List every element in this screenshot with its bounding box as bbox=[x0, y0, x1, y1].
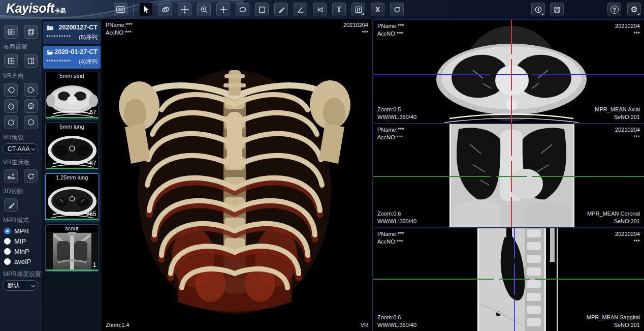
vr-3d-viewport[interactable]: PName:*** AccNO:*** 20210204 *** Zoom:1.… bbox=[102, 19, 372, 331]
vr-bed-row bbox=[3, 169, 39, 183]
series-thumbnail-scout[interactable]: scout 1 bbox=[45, 224, 99, 272]
cursor-icon bbox=[142, 6, 150, 14]
axial-vline-segment[interactable] bbox=[511, 96, 512, 123]
sagittal-vline-segment[interactable] bbox=[514, 263, 515, 295]
mpr-overlay-bottom-right: MPR_MEAN Saggital SeNO:201 bbox=[587, 314, 640, 329]
window-level-tool-button[interactable] bbox=[351, 3, 365, 16]
mpr-axial-viewport[interactable]: PName:*** AccNO:*** 20210204 *** Zoom:0.… bbox=[373, 20, 644, 123]
angle-tool-button[interactable] bbox=[294, 3, 307, 16]
mpr-coronal-viewport[interactable]: PName:*** AccNO:*** 20210204 *** Zoom:0.… bbox=[373, 124, 644, 227]
vr-head-back-button[interactable] bbox=[4, 115, 18, 129]
help-icon: ? bbox=[610, 6, 619, 14]
mpr-sagittal-viewport[interactable]: PName:*** AccNO:*** 20210204 *** Zoom:0.… bbox=[373, 228, 644, 331]
study-patient: ********** bbox=[46, 59, 71, 65]
vr-head-left-button[interactable] bbox=[4, 83, 18, 97]
scalpel-icon bbox=[7, 201, 15, 209]
thumbnail-progress-bar bbox=[46, 219, 98, 220]
pages-icon bbox=[27, 28, 35, 36]
coronal-vline-segment[interactable] bbox=[511, 197, 512, 227]
radio-mip[interactable]: MIP bbox=[4, 236, 39, 246]
radio-aveip[interactable]: aveIP bbox=[4, 257, 39, 266]
mpr-overlay-top-left: PName:*** AccNO:*** bbox=[377, 22, 404, 38]
vr-preset-select[interactable]: CT-AAA bbox=[3, 143, 38, 154]
axial-hline-segment[interactable] bbox=[373, 74, 491, 75]
coronal-hline-segment[interactable] bbox=[532, 176, 644, 177]
study-title: 2020-01-27-CT bbox=[54, 48, 98, 55]
sagittal-hline-segment[interactable] bbox=[535, 279, 644, 280]
cut-3d-row bbox=[3, 198, 39, 212]
info-tool-button[interactable] bbox=[531, 3, 545, 16]
rotate-3d-icon bbox=[162, 6, 170, 14]
split-layout-button[interactable] bbox=[24, 54, 38, 68]
accession-number: AccNO:*** bbox=[106, 29, 133, 37]
main-content: 布局设置 VR方向 bbox=[0, 19, 644, 331]
mpr-overlay-top-left: PName:*** AccNO:*** bbox=[377, 126, 404, 141]
radio-mpr[interactable]: MPR bbox=[4, 226, 39, 235]
help-button[interactable]: ? bbox=[607, 3, 621, 16]
reset-tool-button[interactable] bbox=[390, 3, 404, 16]
cobb-angle-icon bbox=[316, 6, 324, 14]
study-item-1[interactable]: 20200127-CT ********** (5)序列 bbox=[43, 21, 101, 44]
app-logo: Kayisoft卡易 bbox=[6, 1, 66, 16]
sagittal-vline-segment[interactable] bbox=[514, 228, 515, 258]
save-tool-button[interactable] bbox=[550, 3, 564, 16]
coronal-vline-segment[interactable] bbox=[511, 124, 512, 156]
thumbnail-image-count: 67 bbox=[89, 109, 96, 116]
radio-minp[interactable]: MinP bbox=[4, 247, 39, 256]
angle-icon bbox=[297, 6, 305, 14]
crosshair-tool-button[interactable] bbox=[216, 3, 230, 16]
bed-remove-icon bbox=[7, 172, 15, 180]
coronal-vline-segment[interactable] bbox=[511, 161, 512, 192]
series-thumbnail-5mm-lung[interactable]: 5mm lung 67 bbox=[45, 123, 99, 170]
mpr-overlay-bottom-left: Zoom:0.6 WW/WL:350/40 bbox=[377, 210, 416, 225]
delete-tool-button[interactable]: X bbox=[371, 3, 384, 16]
layout-2d-tool-button[interactable]: 2D bbox=[114, 3, 127, 16]
sagittal-vline-segment[interactable] bbox=[514, 300, 515, 331]
chevron-down-icon bbox=[31, 146, 35, 150]
vr-reset-button[interactable] bbox=[24, 169, 38, 183]
text-tool-button[interactable]: T bbox=[332, 3, 346, 16]
folder-open-icon bbox=[46, 49, 54, 55]
radio-minp-circle[interactable] bbox=[4, 248, 11, 255]
cobb-angle-tool-button[interactable] bbox=[313, 3, 327, 16]
coronal-hline-segment[interactable] bbox=[373, 176, 491, 177]
settings-button[interactable]: ⚙ bbox=[627, 3, 641, 16]
pan-tool-button[interactable] bbox=[178, 3, 191, 16]
vr-head-superior-button[interactable] bbox=[4, 99, 18, 113]
rectangle-tool-button[interactable] bbox=[255, 3, 269, 16]
series-thumbnail-5mm-stnd[interactable]: 5mm stnd 67 bbox=[45, 72, 99, 119]
vr-head-chin-button[interactable] bbox=[24, 115, 38, 129]
axial-vline-segment[interactable] bbox=[511, 59, 512, 91]
radio-mip-circle[interactable] bbox=[4, 238, 11, 245]
series-thumbnail-125mm-lung[interactable]: 1.25mm lung 265 bbox=[45, 173, 99, 221]
patient-name: PName:*** bbox=[106, 21, 133, 29]
radio-aveip-circle[interactable] bbox=[4, 258, 11, 265]
vr-head-right-button[interactable] bbox=[24, 83, 38, 97]
sagittal-hline-segment[interactable] bbox=[373, 279, 494, 280]
zoom-tool-button[interactable] bbox=[197, 3, 211, 16]
grid-layout-button[interactable] bbox=[4, 54, 18, 68]
rotate-3d-tool-button[interactable] bbox=[158, 3, 172, 16]
axial-hline-segment[interactable] bbox=[532, 74, 644, 75]
scalpel-button[interactable] bbox=[4, 198, 18, 212]
vr-head-front-button[interactable] bbox=[24, 99, 38, 113]
folder-closed-icon bbox=[46, 24, 54, 31]
remove-bed-button[interactable] bbox=[4, 169, 18, 183]
patient-name: PName:*** bbox=[377, 230, 404, 238]
ellipse-tool-button[interactable] bbox=[236, 3, 249, 16]
thumbnail-image-scout bbox=[46, 232, 99, 272]
select-tool-button[interactable] bbox=[139, 3, 153, 16]
copy-layout-button[interactable] bbox=[24, 25, 38, 39]
radio-minp-label: MinP bbox=[14, 248, 29, 255]
app-window: Kayisoft卡易 2D bbox=[0, 0, 644, 331]
axial-vline-segment[interactable] bbox=[511, 20, 512, 54]
study-item-2-selected[interactable]: 2020-01-27-CT ********** (4)序列 bbox=[43, 46, 101, 69]
report-panel-button[interactable] bbox=[4, 25, 18, 39]
mpr-overlay-bottom-left: Zoom:0.5 WW/WL:350/40 bbox=[377, 106, 416, 121]
measure-tool-button[interactable] bbox=[274, 3, 288, 16]
left-sidebar: 布局设置 VR方向 bbox=[0, 19, 42, 331]
radio-mpr-circle[interactable] bbox=[4, 228, 11, 234]
gear-icon: ⚙ bbox=[630, 6, 637, 14]
mpr-thickness-select[interactable]: 默认 bbox=[3, 280, 38, 291]
layout-settings-label: 布局设置 bbox=[3, 43, 39, 51]
